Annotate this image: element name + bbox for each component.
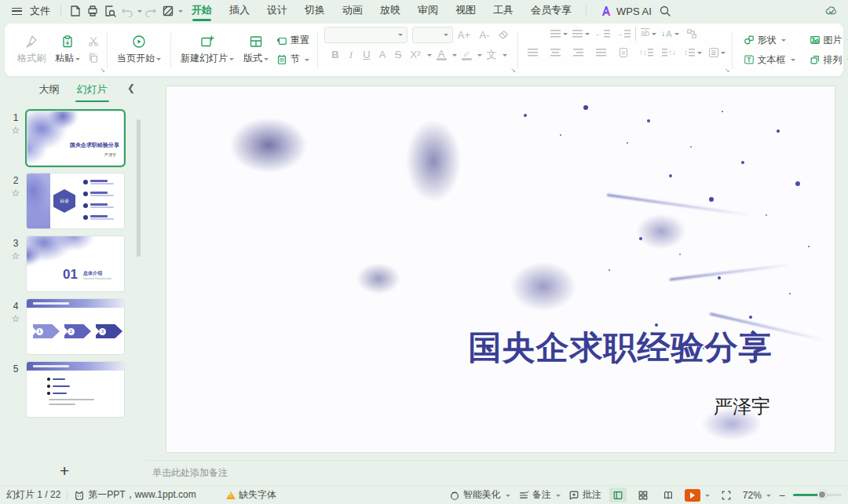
tab-tools[interactable]: 工具 — [484, 0, 522, 22]
highlight-button[interactable] — [459, 48, 474, 62]
group-expand-icon[interactable]: ↘ — [100, 67, 105, 74]
clear-format-button[interactable] — [495, 27, 511, 42]
wps-ai-button[interactable]: WPS AI — [600, 5, 652, 17]
underline-button[interactable]: U — [360, 49, 374, 60]
numbering-button[interactable] — [572, 27, 590, 41]
notes-button[interactable]: 备注 — [518, 488, 561, 502]
shrink-font-button[interactable]: A- — [475, 29, 494, 41]
superscript-button[interactable]: X² — [407, 49, 424, 60]
transition-star-icon[interactable]: ☆ — [12, 252, 20, 260]
cut-button[interactable] — [88, 36, 99, 47]
superscript-caret-icon[interactable] — [427, 54, 432, 59]
undo-button[interactable] — [119, 2, 136, 20]
reading-view-button[interactable] — [660, 488, 677, 502]
text-direction-button[interactable]: ab — [641, 27, 656, 41]
find-replace-button[interactable] — [101, 2, 119, 20]
zoom-out-button[interactable]: − — [779, 489, 785, 502]
copy-button[interactable] — [88, 53, 99, 64]
bold-button[interactable]: B — [328, 49, 342, 60]
tab-animation[interactable]: 动画 — [334, 0, 371, 22]
normal-view-button[interactable] — [609, 488, 627, 502]
save-button[interactable] — [67, 2, 84, 20]
undo-caret-icon[interactable] — [137, 10, 142, 15]
tab-view[interactable]: 视图 — [447, 0, 484, 22]
zoom-level[interactable]: 72% — [743, 490, 771, 501]
column-spacing-button[interactable]: ↑↓ — [638, 46, 654, 60]
format-painter-button[interactable]: 格式刷 — [13, 35, 50, 65]
align-center-button[interactable] — [547, 46, 563, 60]
sidebar-scrollbar[interactable] — [137, 119, 141, 257]
slide-thumbnail-2[interactable]: 目录 — [27, 173, 124, 228]
tab-outline[interactable]: 大纲 — [38, 79, 61, 100]
textbox-button[interactable]: 文本框 — [744, 53, 795, 67]
group-expand-icon[interactable]: ↘ — [725, 67, 730, 74]
tab-slideshow[interactable]: 放映 — [371, 0, 409, 22]
slide-thumbnail-1[interactable]: 国央企求职经验分享 严泽宇 — [27, 111, 124, 166]
tab-slides[interactable]: 幻灯片 — [75, 79, 109, 100]
section-button[interactable]: 节 — [276, 53, 309, 66]
layout-button[interactable]: 版式 — [239, 35, 273, 65]
align-left-button[interactable] — [525, 46, 540, 60]
transition-star-icon[interactable]: ☆ — [12, 126, 20, 134]
font-size-select[interactable] — [412, 27, 453, 43]
align-right-button[interactable] — [570, 46, 586, 60]
font-color-caret-icon[interactable] — [452, 54, 457, 59]
notes-area[interactable]: 单击此处添加备注 — [146, 460, 848, 485]
slide-thumbnail-3[interactable]: 01 总体介绍 General Introduction — [27, 236, 124, 291]
slide-sorter-button[interactable] — [634, 488, 652, 502]
slideshow-play-button[interactable] — [685, 489, 710, 502]
slide-thumbnail-5[interactable] — [27, 362, 124, 417]
file-menu[interactable]: 文件 — [30, 4, 50, 18]
font-color-button[interactable]: A — [433, 48, 449, 62]
strikethrough-button[interactable]: S — [391, 49, 405, 60]
comments-button[interactable]: 批注 — [568, 488, 601, 502]
transition-star-icon[interactable]: ☆ — [12, 315, 20, 323]
bullets-button[interactable] — [550, 27, 568, 41]
group-expand-icon[interactable]: ↘ — [510, 67, 516, 74]
play-from-current-button[interactable]: 当页开始 — [112, 35, 166, 65]
phonetic-caret-icon[interactable] — [503, 54, 507, 59]
tab-design[interactable]: 设计 — [258, 0, 296, 22]
slide-author-text[interactable]: 严泽宇 — [714, 394, 770, 419]
transition-star-icon[interactable]: ☆ — [12, 189, 20, 197]
new-slide-button[interactable]: 新建幻灯片 — [176, 35, 239, 65]
justify-button[interactable] — [593, 46, 609, 60]
tab-review[interactable]: 审阅 — [409, 0, 447, 22]
tab-transition[interactable]: 切换 — [296, 0, 334, 22]
slide-canvas[interactable]: 国央企求职经验分享 严泽宇 — [166, 86, 835, 452]
highlight-caret-icon[interactable] — [477, 54, 482, 59]
reset-button[interactable]: 重置 — [276, 34, 309, 47]
template-source[interactable]: 第一PPT，www.1ppt.com — [74, 488, 196, 502]
italic-button[interactable]: I — [344, 49, 358, 61]
redo-button[interactable] — [142, 2, 159, 20]
shapes-button[interactable]: 形状 — [744, 34, 795, 47]
line-spacing-button[interactable]: ↕ — [684, 46, 702, 60]
grow-font-button[interactable]: A+ — [455, 29, 473, 41]
missing-font-warning[interactable]: 缺失字体 — [226, 488, 276, 502]
add-slide-button[interactable]: + — [60, 463, 69, 479]
distribute-text-button[interactable]: ≡ — [616, 46, 631, 60]
paste-button[interactable]: 粘贴 — [50, 35, 85, 65]
phonetic-guide-button[interactable]: 文 — [484, 48, 499, 62]
font-family-select[interactable] — [324, 27, 408, 43]
picture-button[interactable]: 图片 — [810, 34, 848, 47]
main-menu-button[interactable] — [8, 2, 25, 20]
vertical-text-button[interactable]: ↓A — [661, 27, 678, 41]
print-button[interactable] — [84, 2, 101, 20]
slide-title-text[interactable]: 国央企求职经验分享 — [428, 326, 813, 370]
slide-thumbnail-4[interactable]: 1 2 3 — [27, 299, 124, 354]
tab-home[interactable]: 开始 — [183, 0, 221, 22]
cloud-sync-status[interactable] — [823, 2, 840, 20]
selection-pane-button[interactable] — [159, 2, 177, 20]
row-spacing-button[interactable]: ↑↓ — [661, 46, 677, 60]
increase-indent-button[interactable]: → — [615, 27, 631, 41]
collapse-panel-button[interactable]: ❮ — [127, 82, 135, 93]
paragraph-settings-button[interactable]: ≣ — [709, 46, 726, 60]
tab-insert[interactable]: 插入 — [221, 0, 258, 22]
fit-window-button[interactable] — [718, 488, 735, 502]
decrease-indent-button[interactable]: ← — [594, 27, 610, 41]
tab-membership[interactable]: 会员专享 — [522, 0, 580, 22]
smart-beautify-button[interactable]: 智能美化 — [449, 488, 510, 502]
search-button[interactable] — [656, 2, 674, 20]
convert-smartart-button[interactable] — [684, 27, 700, 41]
